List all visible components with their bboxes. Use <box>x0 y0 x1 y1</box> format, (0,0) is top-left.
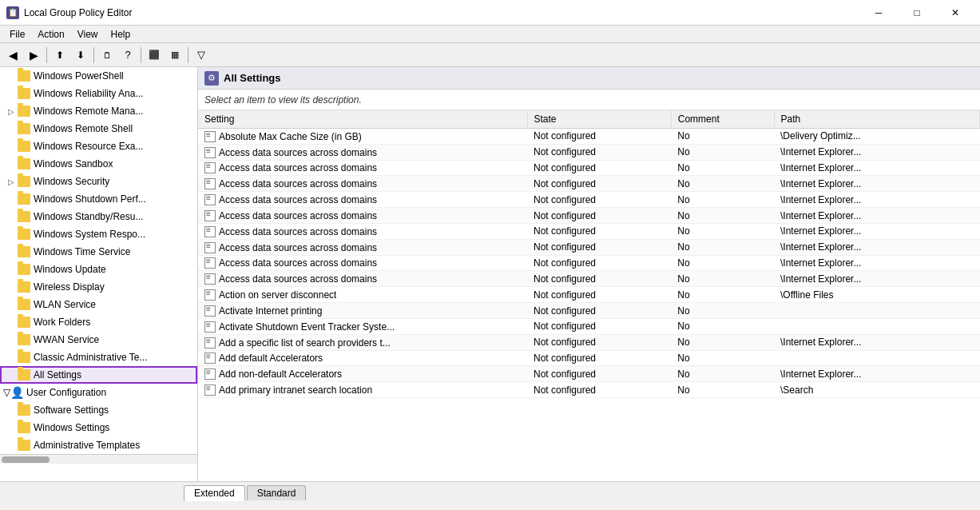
tree-item-windows-remote-shell[interactable]: Windows Remote Shell <box>0 120 197 137</box>
close-button[interactable]: ✕ <box>937 0 974 26</box>
col-path[interactable]: Path <box>774 110 980 129</box>
setting-name-cell: Access data sources across domains <box>198 223 527 239</box>
setting-state: Not configured <box>527 255 671 271</box>
table-row[interactable]: Access data sources across domainsNot co… <box>198 144 980 160</box>
table-row[interactable]: Add default AcceleratorsNot configuredNo <box>198 350 980 366</box>
expand-icon <box>6 300 16 309</box>
setting-comment: No <box>671 318 774 334</box>
up-button[interactable]: ⬆ <box>50 46 69 65</box>
setting-name-cell: Activate Internet printing <box>198 303 527 319</box>
table-row[interactable]: Add primary intranet search locationNot … <box>198 382 980 398</box>
tree-item-wireless-display[interactable]: Wireless Display <box>0 278 197 296</box>
filter-button[interactable]: ▽ <box>192 46 211 65</box>
folder-icon <box>18 123 30 134</box>
menu-help[interactable]: Help <box>105 27 137 42</box>
list-view-button[interactable]: ⬛ <box>145 46 164 65</box>
folder-icon <box>18 211 30 222</box>
tree-item-work-folders[interactable]: Work Folders <box>0 313 197 331</box>
table-row[interactable]: Access data sources across domainsNot co… <box>198 208 980 224</box>
col-setting[interactable]: Setting <box>198 110 527 129</box>
forward-button[interactable]: ▶ <box>24 46 43 65</box>
setting-state: Not configured <box>527 176 671 192</box>
tree-item-wlan-service[interactable]: WLAN Service <box>0 296 197 313</box>
tree-item-windows-standby[interactable]: Windows Standby/Resu... <box>0 208 197 225</box>
setting-name-text: Access data sources across domains <box>219 242 377 253</box>
table-row[interactable]: Action on server disconnectNot configure… <box>198 287 980 303</box>
right-panel-header: ⚙ All Settings <box>198 67 980 90</box>
table-row[interactable]: Activate Shutdown Event Tracker Syste...… <box>198 318 980 334</box>
back-button[interactable]: ◀ <box>3 46 22 65</box>
folder-icon <box>18 404 30 416</box>
tree-item-classic-admin[interactable]: Classic Administrative Te... <box>0 349 197 366</box>
tree-item-windows-update[interactable]: Windows Update <box>0 261 197 278</box>
expand-icon <box>6 440 16 450</box>
user-configuration-item[interactable]: ▽ 👤 User Configuration <box>0 384 197 401</box>
tree-label: Windows Update <box>34 264 106 275</box>
setting-name-cell: Access data sources across domains <box>198 176 527 192</box>
table-row[interactable]: Access data sources across domainsNot co… <box>198 223 980 239</box>
tree-item-admin-templates[interactable]: Administrative Templates <box>0 436 197 454</box>
tree-label: Windows Sandbox <box>34 158 113 169</box>
tab-extended[interactable]: Extended <box>184 485 245 501</box>
tree-item-windows-powershell[interactable]: Windows PowerShell <box>0 67 197 85</box>
maximize-button[interactable]: □ <box>899 0 935 26</box>
setting-icon <box>204 178 216 189</box>
menu-file[interactable]: File <box>3 27 31 42</box>
setting-comment: No <box>671 208 774 224</box>
tree-item-windows-time[interactable]: Windows Time Service <box>0 243 197 261</box>
table-row[interactable]: Access data sources across domainsNot co… <box>198 176 980 192</box>
setting-path <box>774 318 980 334</box>
tree-label: Wireless Display <box>34 281 105 293</box>
tree-item-windows-resource[interactable]: Windows Resource Exa... <box>0 137 197 155</box>
setting-icon <box>204 131 216 142</box>
tree-label: User Configuration <box>26 387 106 398</box>
right-panel: ⚙ All Settings Select an item to view it… <box>198 67 980 481</box>
tree-label: Windows Time Service <box>34 246 130 257</box>
setting-state: Not configured <box>527 144 671 160</box>
expand-icon <box>6 229 16 239</box>
setting-path: \Search <box>774 382 980 398</box>
table-row[interactable]: Absolute Max Cache Size (in GB)Not confi… <box>198 129 980 145</box>
table-row[interactable]: Access data sources across domainsNot co… <box>198 271 980 287</box>
table-row[interactable]: Add non-default AcceleratorsNot configur… <box>198 366 980 382</box>
minimize-button[interactable]: ─ <box>860 0 897 26</box>
table-row[interactable]: Access data sources across domainsNot co… <box>198 160 980 176</box>
setting-name-text: Access data sources across domains <box>219 257 377 269</box>
tree-item-all-settings[interactable]: All Settings <box>0 366 197 384</box>
folder-icon <box>18 141 30 152</box>
table-row[interactable]: Access data sources across domainsNot co… <box>198 239 980 255</box>
tree-item-windows-settings[interactable]: Windows Settings <box>0 419 197 436</box>
help-button[interactable]: ? <box>118 46 137 65</box>
table-row[interactable]: Activate Internet printingNot configured… <box>198 303 980 319</box>
all-settings-icon: ⚙ <box>204 71 219 86</box>
tree-item-windows-system-respo[interactable]: Windows System Respo... <box>0 225 197 243</box>
detail-view-button[interactable]: ▦ <box>165 46 184 65</box>
tree-item-windows-sandbox[interactable]: Windows Sandbox <box>0 155 197 173</box>
folder-icon <box>18 334 30 345</box>
tab-standard[interactable]: Standard <box>247 485 307 500</box>
menu-view[interactable]: View <box>71 27 105 42</box>
tree-item-windows-security[interactable]: ▷ Windows Security <box>0 173 197 190</box>
menu-action[interactable]: Action <box>31 27 70 42</box>
setting-name-text: Add non-default Accelerators <box>219 369 342 380</box>
properties-button[interactable]: 🗒 <box>97 46 117 65</box>
col-comment[interactable]: Comment <box>671 110 774 129</box>
table-row[interactable]: Access data sources across domainsNot co… <box>198 192 980 208</box>
setting-state: Not configured <box>527 287 671 303</box>
show-hide-button[interactable]: ⬇ <box>71 46 90 65</box>
tree-item-windows-shutdown[interactable]: Windows Shutdown Perf... <box>0 190 197 208</box>
tree-item-software-settings[interactable]: Software Settings <box>0 401 197 419</box>
col-state[interactable]: State <box>527 110 671 129</box>
setting-icon <box>204 384 216 396</box>
folder-icon <box>18 317 30 328</box>
tree-label: Windows Reliability Ana... <box>34 88 143 99</box>
tree-item-windows-reliability[interactable]: Windows Reliability Ana... <box>0 85 197 102</box>
tree-item-windows-remote-mana[interactable]: ▷ Windows Remote Mana... <box>0 102 197 120</box>
expand-icon <box>6 124 16 133</box>
settings-table-container[interactable]: Setting State Comment Path Absolute Max … <box>198 110 980 481</box>
setting-comment: No <box>671 144 774 160</box>
tree-item-wwan-service[interactable]: WWAN Service <box>0 331 197 349</box>
table-row[interactable]: Access data sources across domainsNot co… <box>198 255 980 271</box>
setting-icon <box>204 353 216 364</box>
table-row[interactable]: Add a specific list of search providers … <box>198 334 980 350</box>
